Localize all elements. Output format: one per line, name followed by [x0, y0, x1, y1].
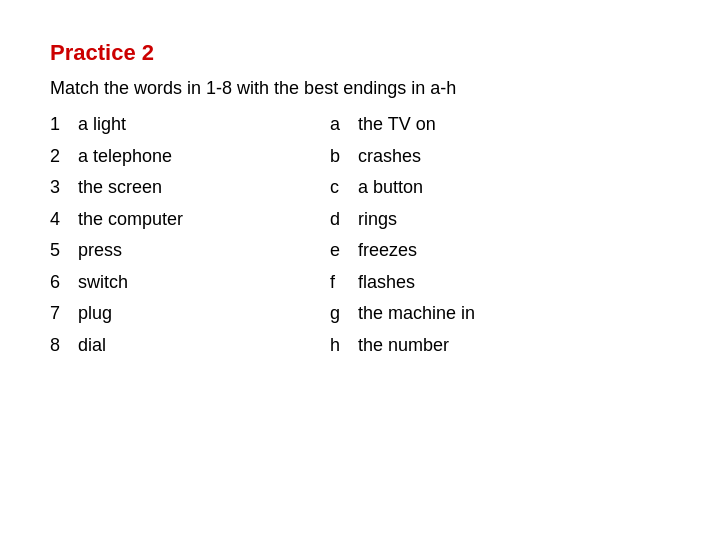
item-number: 4: [50, 204, 78, 236]
item-letter: g: [330, 298, 358, 330]
item-letter: d: [330, 204, 358, 236]
list-item: bcrashes: [330, 141, 610, 173]
list-item: 3the screen: [50, 172, 330, 204]
list-item: 7plug: [50, 298, 330, 330]
item-letter: b: [330, 141, 358, 173]
item-text: plug: [78, 298, 112, 330]
item-letter: a: [330, 109, 358, 141]
list-item: drings: [330, 204, 610, 236]
item-number: 3: [50, 172, 78, 204]
list-item: 6switch: [50, 267, 330, 299]
item-text: flashes: [358, 267, 415, 299]
item-text: the computer: [78, 204, 183, 236]
item-text: the screen: [78, 172, 162, 204]
item-text: dial: [78, 330, 106, 362]
item-number: 2: [50, 141, 78, 173]
item-text: a telephone: [78, 141, 172, 173]
list-item: gthe machine in: [330, 298, 610, 330]
item-text: crashes: [358, 141, 421, 173]
list-item: 5press: [50, 235, 330, 267]
list-item: ca button: [330, 172, 610, 204]
item-text: rings: [358, 204, 397, 236]
list-item: athe TV on: [330, 109, 610, 141]
list-item: 8dial: [50, 330, 330, 362]
list-item: 2a telephone: [50, 141, 330, 173]
item-text: the number: [358, 330, 449, 362]
list-item: 4the computer: [50, 204, 330, 236]
item-text: a button: [358, 172, 423, 204]
item-letter: c: [330, 172, 358, 204]
item-number: 8: [50, 330, 78, 362]
list-item: hthe number: [330, 330, 610, 362]
right-column: athe TV onbcrashesca buttondringsefreeze…: [330, 109, 610, 361]
instruction-text: Match the words in 1-8 with the best end…: [50, 78, 670, 99]
page-container: Practice 2 Match the words in 1-8 with t…: [0, 0, 720, 401]
item-number: 1: [50, 109, 78, 141]
item-letter: h: [330, 330, 358, 362]
item-text: the machine in: [358, 298, 475, 330]
left-column: 1a light2a telephone3the screen4the comp…: [50, 109, 330, 361]
item-number: 5: [50, 235, 78, 267]
item-letter: e: [330, 235, 358, 267]
item-text: the TV on: [358, 109, 436, 141]
item-letter: f: [330, 267, 358, 299]
list-item: efreezes: [330, 235, 610, 267]
item-text: freezes: [358, 235, 417, 267]
item-number: 7: [50, 298, 78, 330]
list-item: 1a light: [50, 109, 330, 141]
page-title: Practice 2: [50, 40, 670, 66]
list-item: fflashes: [330, 267, 610, 299]
matching-table: 1a light2a telephone3the screen4the comp…: [50, 109, 670, 361]
item-text: switch: [78, 267, 128, 299]
item-number: 6: [50, 267, 78, 299]
item-text: press: [78, 235, 122, 267]
item-text: a light: [78, 109, 126, 141]
